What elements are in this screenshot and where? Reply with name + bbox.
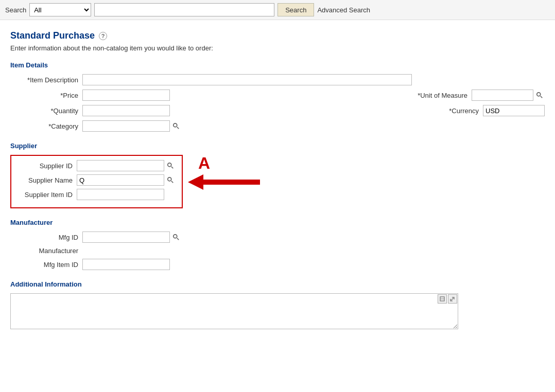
svg-point-4 xyxy=(168,163,171,167)
page-title-container: Standard Purchase ? xyxy=(10,30,545,41)
supplier-name-row: Supplier Name xyxy=(18,174,176,186)
supplier-id-input[interactable] xyxy=(77,160,164,171)
uom-search-icon[interactable] xyxy=(534,90,545,100)
svg-line-7 xyxy=(171,181,174,183)
advanced-search-link[interactable]: Advanced Search xyxy=(317,6,370,14)
additional-info-title: Additional Information xyxy=(10,280,545,288)
svg-point-2 xyxy=(174,123,177,127)
svg-line-5 xyxy=(171,167,174,169)
category-search-icon[interactable] xyxy=(171,121,181,131)
mfg-id-row: Mfg ID xyxy=(10,231,545,243)
mfg-id-input[interactable] xyxy=(82,231,170,243)
svg-marker-8 xyxy=(188,174,260,190)
quantity-input[interactable] xyxy=(82,105,170,116)
supplier-name-label: Supplier Name xyxy=(18,176,77,184)
textarea-icon-group xyxy=(438,294,457,304)
supplier-item-id-input[interactable] xyxy=(77,189,164,200)
additional-info-textarea[interactable] xyxy=(10,293,458,329)
svg-point-9 xyxy=(174,235,177,238)
page-title: Standard Purchase xyxy=(10,30,95,41)
item-description-label: *Item Description xyxy=(10,76,82,84)
search-bar: Search All Category Supplier Item Search… xyxy=(0,0,555,20)
supplier-id-search-icon[interactable] xyxy=(165,161,176,171)
additional-info-section: Additional Information xyxy=(10,280,545,331)
item-details-title: Item Details xyxy=(10,61,545,69)
mfg-item-id-label: Mfg Item ID xyxy=(10,261,82,269)
item-description-input[interactable] xyxy=(82,74,412,85)
price-uom-row: *Price *Unit of Measure xyxy=(10,90,545,101)
supplier-item-id-row: Supplier Item ID xyxy=(18,189,176,200)
currency-label: *Currency xyxy=(421,107,483,115)
help-icon[interactable]: ? xyxy=(99,32,107,40)
supplier-id-row: Supplier ID xyxy=(18,160,176,171)
svg-point-0 xyxy=(537,93,541,96)
annotation-a: A xyxy=(198,155,210,171)
supplier-id-label: Supplier ID xyxy=(18,162,77,170)
manufacturer-row: Manufacturer xyxy=(10,247,545,255)
uom-label: *Unit of Measure xyxy=(410,92,472,99)
search-label: Search xyxy=(5,6,26,14)
search-input[interactable] xyxy=(94,3,274,16)
item-description-row: *Item Description xyxy=(10,74,545,85)
supplier-name-input[interactable] xyxy=(77,174,164,186)
price-input[interactable] xyxy=(82,90,170,101)
manufacturer-title: Manufacturer xyxy=(10,219,545,226)
category-input[interactable] xyxy=(82,120,170,132)
manufacturer-label: Manufacturer xyxy=(10,247,82,255)
item-details-section: Item Details *Item Description *Price *U… xyxy=(10,61,545,132)
main-content: Standard Purchase ? Enter information ab… xyxy=(0,20,555,351)
mfg-id-label: Mfg ID xyxy=(10,234,82,241)
svg-line-1 xyxy=(541,96,543,98)
category-label: *Category xyxy=(10,122,82,130)
mfg-item-id-row: Mfg Item ID xyxy=(10,259,545,270)
quantity-label: *Quantity xyxy=(10,107,82,115)
supplier-title: Supplier xyxy=(10,142,545,150)
search-button[interactable]: Search xyxy=(278,3,314,16)
supplier-item-id-label: Supplier Item ID xyxy=(18,191,77,199)
textarea-icon-1[interactable] xyxy=(438,294,447,304)
supplier-name-search-icon[interactable] xyxy=(165,175,176,185)
mfg-id-search-icon[interactable] xyxy=(171,232,181,242)
currency-input[interactable] xyxy=(483,105,545,116)
svg-line-10 xyxy=(177,238,179,240)
supplier-section: Supplier Supplier ID Sup xyxy=(10,142,545,208)
uom-input[interactable] xyxy=(472,90,533,101)
additional-info-wrapper xyxy=(10,293,458,331)
search-dropdown[interactable]: All Category Supplier Item xyxy=(29,3,91,16)
category-row: *Category xyxy=(10,120,545,132)
price-label: *Price xyxy=(10,92,82,99)
svg-point-6 xyxy=(168,177,171,181)
svg-line-3 xyxy=(177,127,179,129)
page-subtitle: Enter information about the non-catalog … xyxy=(10,44,545,52)
manufacturer-section: Manufacturer Mfg ID Manufacturer Mfg Ite… xyxy=(10,219,545,270)
quantity-currency-row: *Quantity *Currency xyxy=(10,105,545,116)
supplier-box: Supplier ID Supplier Name xyxy=(10,155,183,208)
mfg-item-id-input[interactable] xyxy=(82,259,170,270)
arrow-icon xyxy=(188,174,260,190)
textarea-icon-2[interactable] xyxy=(448,294,457,304)
